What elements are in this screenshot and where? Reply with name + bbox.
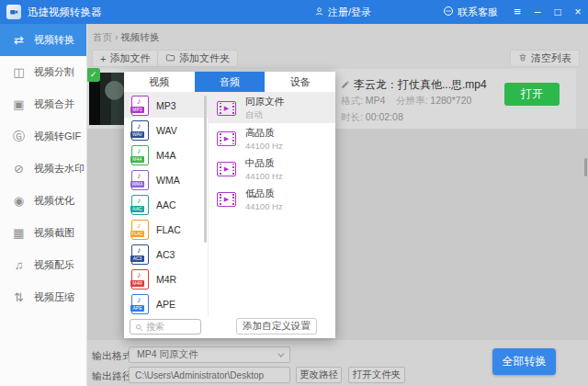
output-panel: 输出格式: MP4 同原文件 输出路径: 更改路径 打开文件夹 全部转换	[87, 340, 588, 386]
plus-icon: +	[100, 53, 106, 64]
sidebar-item-label: 视频合并	[34, 97, 74, 111]
output-format-select[interactable]: MP4 同原文件	[129, 346, 290, 363]
sidebar: ⇄ 视频转换 ◫ 视频分割 ▣ 视频合并 Ⓖ 视频转GIF ⊘ 视频去水印 ◉ …	[0, 24, 87, 386]
film-strip-icon: ▶	[217, 192, 236, 207]
folder-icon	[165, 53, 175, 64]
audio-file-icon: ♪WAV	[131, 120, 149, 141]
sidebar-item-video-compress[interactable]: ⇅ 视频压缩	[0, 281, 86, 313]
format-tabs: 视频 音频 设备	[124, 72, 335, 93]
pencil-icon[interactable]	[341, 79, 350, 92]
audio-file-icon: ♪MP3	[131, 96, 149, 116]
sidebar-item-video-to-gif[interactable]: Ⓖ 视频转GIF	[0, 120, 86, 153]
add-custom-setting-button[interactable]: 添加自定义设置	[236, 318, 317, 335]
file-name: 李云龙：打仗真他...思.mp4	[341, 77, 487, 93]
sidebar-item-video-optimize[interactable]: ◉ 视频优化	[0, 185, 86, 217]
sidebar-item-label: 视频截图	[34, 226, 74, 240]
open-file-button[interactable]: 打开	[504, 83, 560, 106]
quality-option-same-as-source[interactable]: ▶ 同原文件 自动	[209, 93, 335, 123]
format-option-mp3[interactable]: ♪MP3 MP3	[124, 93, 208, 118]
check-badge-icon: ✓	[86, 68, 100, 82]
search-input[interactable]	[146, 322, 194, 332]
chevron-down-icon	[277, 350, 284, 357]
film-strip-icon: ▶	[217, 162, 236, 176]
app-logo-icon	[6, 5, 21, 19]
sidebar-item-video-screenshot[interactable]: ▦ 视频截图	[0, 217, 86, 249]
trash-icon	[518, 52, 527, 64]
format-list-scrollbar[interactable]	[204, 96, 207, 243]
sidebar-item-video-split[interactable]: ◫ 视频分割	[0, 56, 86, 88]
sidebar-item-label: 视频压缩	[34, 290, 74, 304]
audio-file-icon: ♪AAC	[131, 195, 149, 215]
output-path-input[interactable]	[129, 367, 290, 383]
tab-audio[interactable]: 音频	[195, 72, 266, 92]
video-optimize-icon: ◉	[12, 194, 26, 208]
format-option-ape[interactable]: ♪APE APE	[124, 291, 208, 316]
audio-file-icon: ♪M4A	[131, 145, 149, 165]
close-icon[interactable]: ×	[568, 0, 588, 24]
breadcrumb-current: 视频转换	[120, 31, 159, 42]
main-scrollbar[interactable]	[584, 158, 587, 176]
film-strip-icon: ▶	[217, 101, 236, 116]
file-duration: 时长: 00:02:08	[341, 111, 403, 124]
format-option-wma[interactable]: ♪WMA WMA	[124, 167, 208, 192]
format-option-flac[interactable]: ♪FLAC FLAC	[124, 217, 208, 242]
quality-option-low[interactable]: ▶ 低品质 44100 Hz	[209, 184, 335, 214]
sidebar-item-label: 视频优化	[34, 194, 74, 208]
sidebar-item-label: 视频分割	[34, 65, 74, 79]
titlebar: 迅捷视频转换器 注册/登录 联系客服 ≡ – □ ×	[0, 0, 588, 24]
sidebar-item-video-music[interactable]: ♫ 视频配乐	[0, 249, 86, 281]
tab-device[interactable]: 设备	[265, 72, 335, 92]
format-option-ac3[interactable]: ♪AC3 AC3	[124, 242, 208, 267]
minimize-icon[interactable]: –	[527, 0, 548, 24]
format-picker-popup: 视频 音频 设备 ♪MP3 MP3 ♪WAV WAV ♪M4A M4A ♪WMA…	[124, 72, 335, 338]
audio-file-icon: ♪AC3	[131, 244, 149, 265]
file-resolution: 分辨率: 1280*720	[396, 95, 471, 108]
menu-icon[interactable]: ≡	[507, 0, 527, 24]
format-search[interactable]	[130, 319, 201, 335]
sidebar-item-label: 视频配乐	[34, 258, 74, 272]
open-folder-button[interactable]: 打开文件夹	[348, 367, 405, 383]
quality-option-high[interactable]: ▶ 高品质 44100 Hz	[209, 123, 335, 153]
video-convert-icon: ⇄	[12, 33, 26, 47]
login-button[interactable]: 注册/登录	[305, 6, 380, 19]
convert-all-button[interactable]: 全部转换	[492, 348, 556, 375]
quality-option-medium[interactable]: ▶ 中品质 44100 Hz	[209, 153, 335, 184]
search-icon	[135, 319, 143, 335]
video-to-gif-icon: Ⓖ	[12, 129, 26, 145]
film-strip-icon: ▶	[217, 131, 236, 146]
clear-list-button[interactable]: 清空列表	[510, 50, 580, 67]
video-remove-watermark-icon: ⊘	[12, 162, 26, 176]
format-option-aac[interactable]: ♪AAC AAC	[124, 192, 208, 217]
audio-file-icon: ♪WMA	[131, 170, 149, 190]
breadcrumb-home[interactable]: 首页	[93, 31, 112, 42]
tab-video[interactable]: 视频	[124, 72, 195, 92]
add-folder-button[interactable]: 添加文件夹	[157, 50, 238, 67]
sidebar-item-label: 视频转换	[34, 33, 74, 47]
sidebar-item-label: 视频去水印	[34, 162, 85, 176]
support-button[interactable]: 联系客服	[434, 6, 507, 19]
sidebar-item-video-remove-watermark[interactable]: ⊘ 视频去水印	[0, 153, 86, 185]
login-label: 注册/登录	[328, 6, 371, 19]
change-path-button[interactable]: 更改路径	[296, 367, 342, 383]
support-label: 联系客服	[458, 6, 498, 19]
video-music-icon: ♫	[12, 258, 26, 272]
add-file-button[interactable]: + 添加文件	[92, 50, 158, 67]
format-option-m4a[interactable]: ♪M4A M4A	[124, 142, 208, 167]
audio-file-icon: ♪M4R	[131, 269, 149, 290]
main-area: 首页 › 视频转换 + 添加文件 添加文件夹 清空列表 ✓ 李云龙：打仗真他..…	[87, 24, 588, 386]
audio-file-icon: ♪FLAC	[131, 220, 149, 240]
sidebar-item-video-convert[interactable]: ⇄ 视频转换	[0, 24, 86, 56]
sidebar-item-video-merge[interactable]: ▣ 视频合并	[0, 88, 86, 120]
format-option-wav[interactable]: ♪WAV WAV	[124, 118, 208, 142]
app-title: 迅捷视频转换器	[28, 6, 102, 19]
format-list: ♪MP3 MP3 ♪WAV WAV ♪M4A M4A ♪WMA WMA ♪AAC…	[124, 93, 209, 317]
sidebar-item-label: 视频转GIF	[34, 130, 81, 143]
video-split-icon: ◫	[12, 65, 26, 79]
maximize-icon[interactable]: □	[548, 0, 568, 24]
format-option-m4r[interactable]: ♪M4R M4R	[124, 267, 208, 291]
audio-file-icon: ♪APE	[131, 294, 149, 314]
breadcrumb-separator: ›	[115, 31, 119, 42]
video-compress-icon: ⇅	[12, 290, 26, 304]
video-screenshot-icon: ▦	[12, 226, 26, 240]
quality-list: ▶ 同原文件 自动 ▶ 高品质 44100 Hz ▶ 中品质 44100 Hz	[209, 93, 335, 317]
